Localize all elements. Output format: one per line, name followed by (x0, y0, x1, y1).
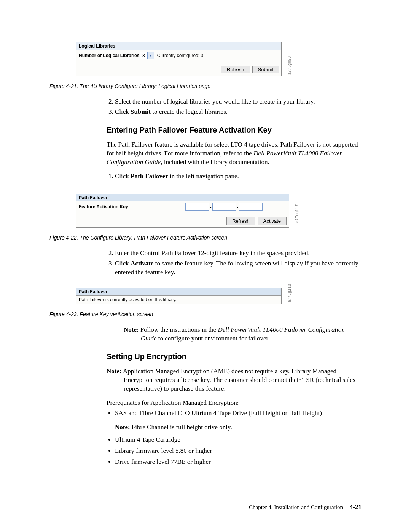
dash-icon: - (210, 204, 212, 210)
fig23-caption: Figure 4-23. Feature Key verification sc… (49, 311, 363, 317)
figure-logical-libraries: Logical Libraries Number of Logical Libr… (76, 42, 282, 76)
dash-icon: - (237, 204, 239, 210)
prereq-intro: Prerequisites for Application Managed En… (107, 399, 362, 407)
feature-key-input-1[interactable] (185, 203, 209, 211)
step-a-2: Select the number of logical libraries y… (115, 97, 362, 106)
figure-feature-key-verify: Path Failover Path failover is currently… (76, 288, 282, 304)
page-footer: Chapter 4. Installation and Configuratio… (249, 503, 362, 511)
bullet-4: Drive firmware level 77BE or higher (115, 458, 362, 466)
fig23-sidelabel: a77ug118 (287, 284, 292, 303)
footer-chapter: Chapter 4. Installation and Configuratio… (249, 504, 343, 510)
refresh-button[interactable]: Refresh (226, 217, 255, 225)
note-2: Note: Application Managed Encryption (AM… (107, 367, 362, 393)
fig22-caption: Figure 4-22. The Configure Library: Path… (49, 235, 363, 241)
step-b-1: Click Path Failover in the left navigati… (115, 172, 362, 181)
refresh-button[interactable]: Refresh (221, 66, 250, 73)
fig22-sidelabel: a77ug117 (295, 204, 299, 223)
bullet-3: Library firmware level 5.80 or higher (115, 447, 362, 455)
fig21-header: Logical Libraries (76, 42, 281, 50)
currently-configured-text: Currently configured: 3 (157, 53, 203, 58)
step-a-3: Click Submit to create the logical libra… (115, 108, 362, 117)
feature-key-input-3[interactable] (239, 203, 263, 211)
para-path-failover: The Path Failover feature is available f… (107, 141, 362, 167)
section-path-failover-title: Entering Path Failover Feature Activatio… (107, 125, 362, 135)
activate-button[interactable]: Activate (258, 217, 287, 225)
select-value: 3 (140, 53, 147, 58)
bullet-2: Ultrium 4 Tape Cartridge (115, 436, 362, 444)
logical-libraries-select[interactable]: 3 ▾ (140, 52, 154, 59)
fig23-header: Path Failover (76, 288, 281, 296)
fig22-header: Path Failover (76, 194, 289, 201)
submit-button[interactable]: Submit (252, 66, 279, 73)
fig21-label: Number of Logical Libraries (79, 53, 140, 58)
fig22-label: Feature Activation Key (79, 204, 185, 209)
note-1: Note: Follow the instructions in the Del… (107, 326, 362, 343)
footer-page-number: 4-21 (350, 503, 362, 511)
step-c-3: Click Activate to save the feature key. … (115, 259, 362, 277)
fig23-status: Path failover is currently activated on … (76, 296, 281, 304)
feature-key-input-2[interactable] (212, 203, 236, 211)
bullet-1: SAS and Fibre Channel LTO Ultrium 4 Tape… (115, 409, 362, 432)
figure-path-failover: Path Failover Feature Activation Key - -… (76, 194, 289, 228)
fig21-sidelabel: a77ug098 (287, 56, 292, 75)
chevron-down-icon: ▾ (147, 52, 154, 59)
step-c-2: Enter the Control Path Failover 12-digit… (115, 249, 362, 258)
fig21-caption: Figure 4-21. The 4U library Configure Li… (49, 83, 363, 89)
section-encryption-title: Setting Up Encryption (107, 351, 362, 362)
